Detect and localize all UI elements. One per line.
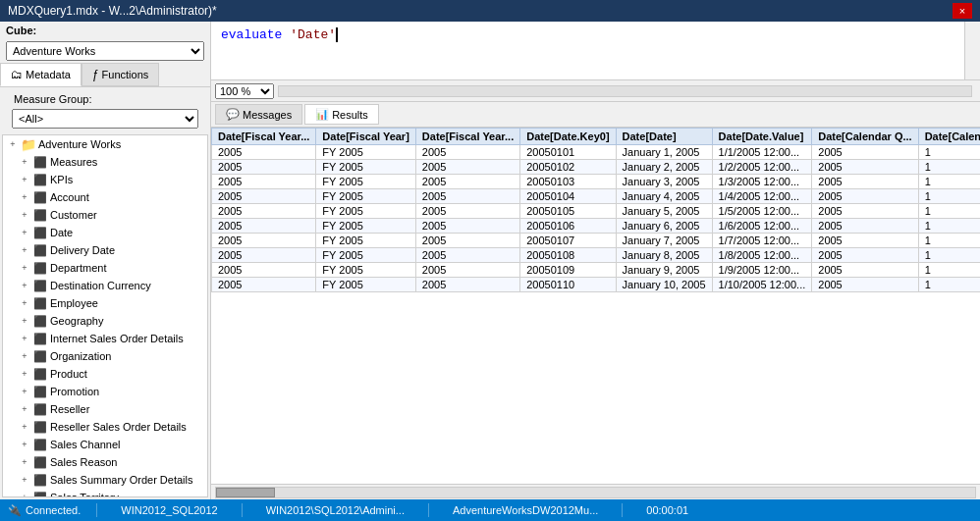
cube-label: Cube:: [6, 25, 36, 36]
table-cell: 20050102: [520, 160, 616, 175]
table-column-header: Date[Fiscal Year...: [415, 129, 519, 145]
table-column-header: Date[Calendar Q...: [918, 129, 980, 145]
tree-item-label: Sales Channel: [50, 439, 121, 450]
table-cell: 1: [918, 160, 980, 175]
table-cell: FY 2005: [316, 234, 415, 248]
sidebar: Cube: Adventure Works 🗂 Metadata ƒ Funct…: [0, 22, 211, 499]
table-cell: January 1, 2005: [616, 145, 712, 160]
results-table-container[interactable]: Date[Fiscal Year...Date[Fiscal Year]Date…: [211, 128, 980, 484]
tree-item-account[interactable]: +⬛Account: [3, 188, 207, 206]
table-row[interactable]: 2005FY 2005200520050105January 5, 20051/…: [212, 204, 981, 219]
table-row[interactable]: 2005FY 2005200520050107January 7, 20051/…: [212, 234, 981, 248]
table-row[interactable]: 2005FY 2005200520050108January 8, 20051/…: [212, 248, 981, 263]
keyword-evaluate: evaluate: [221, 27, 282, 42]
tree-item-product[interactable]: +⬛Product: [3, 365, 207, 383]
tree-item-reseller-sales-order-details[interactable]: +⬛Reseller Sales Order Details: [3, 418, 207, 436]
expand-icon: +: [19, 403, 30, 415]
tab-functions[interactable]: ƒ Functions: [82, 63, 159, 86]
tree-item-label: KPIs: [50, 174, 73, 185]
tree-item-delivery-date[interactable]: +⬛Delivery Date: [3, 241, 207, 259]
table-cell: 1: [918, 219, 980, 234]
table-row[interactable]: 2005FY 2005200520050104January 4, 20051/…: [212, 189, 981, 204]
tree-item-destination-currency[interactable]: +⬛Destination Currency: [3, 277, 207, 294]
table-row[interactable]: 2005FY 2005200520050110January 10, 20051…: [212, 278, 981, 292]
results-hscroll-row: [211, 484, 980, 499]
table-row[interactable]: 2005FY 2005200520050103January 3, 20051/…: [212, 175, 981, 189]
tab-messages[interactable]: 💬 Messages: [215, 104, 302, 125]
tree-item-label: Delivery Date: [50, 244, 115, 256]
table-cell: 2005: [812, 160, 918, 175]
tree-item-label: Promotion: [50, 386, 99, 397]
close-button[interactable]: ×: [953, 3, 972, 19]
item-folder-icon: ⬛: [32, 490, 48, 497]
tree-item-label: Adventure Works: [38, 138, 121, 150]
tree-item-label: Geography: [50, 315, 103, 327]
tree-item-adventure-works[interactable]: +📁Adventure Works: [3, 135, 207, 153]
tree-item-date[interactable]: +⬛Date: [3, 224, 207, 241]
table-cell: 2005: [212, 145, 316, 160]
item-folder-icon: ⬛: [32, 242, 48, 258]
cube-select[interactable]: Adventure Works: [6, 41, 204, 61]
cursor: [336, 27, 338, 42]
table-cell: 1: [918, 189, 980, 204]
table-cell: 2005: [812, 189, 918, 204]
expand-icon: +: [19, 315, 30, 327]
expand-icon: +: [19, 156, 30, 168]
tree-item-internet-sales-order-details[interactable]: +⬛Internet Sales Order Details: [3, 330, 207, 347]
table-cell: 1/7/2005 12:00...: [712, 234, 812, 248]
tree-item-reseller[interactable]: +⬛Reseller: [3, 400, 207, 418]
expand-icon: +: [19, 421, 30, 433]
table-cell: 2005: [415, 278, 519, 292]
metadata-icon: 🗂: [11, 68, 23, 81]
expand-icon: +: [19, 492, 30, 497]
tree-item-sales-summary-order-details[interactable]: +⬛Sales Summary Order Details: [3, 471, 207, 489]
item-folder-icon: ⬛: [32, 437, 48, 452]
tree-item-department[interactable]: +⬛Department: [3, 259, 207, 277]
table-cell: January 3, 2005: [616, 175, 712, 189]
tree-item-sales-channel[interactable]: +⬛Sales Channel: [3, 436, 207, 453]
table-column-header: Date[Fiscal Year]: [316, 129, 415, 145]
tree-item-kpis[interactable]: +⬛KPIs: [3, 171, 207, 188]
table-cell: 2005: [415, 160, 519, 175]
expand-icon: +: [19, 368, 30, 380]
table-cell: FY 2005: [316, 219, 415, 234]
table-row[interactable]: 2005FY 2005200520050109January 9, 20051/…: [212, 263, 981, 278]
hscroll-thumb[interactable]: [216, 488, 275, 497]
table-cell: FY 2005: [316, 204, 415, 219]
table-cell: 1: [918, 263, 980, 278]
table-cell: January 8, 2005: [616, 248, 712, 263]
expand-icon: +: [7, 138, 19, 150]
status-server: WIN2012_SQL2012: [113, 504, 225, 516]
tree-item-organization[interactable]: +⬛Organization: [3, 347, 207, 365]
results-hscroll[interactable]: [215, 487, 976, 498]
table-cell: 2005: [415, 248, 519, 263]
expand-icon: +: [19, 209, 30, 221]
table-row[interactable]: 2005FY 2005200520050106January 6, 20051/…: [212, 219, 981, 234]
table-cell: 20050110: [520, 278, 616, 292]
item-folder-icon: ⬛: [32, 401, 48, 417]
table-cell: FY 2005: [316, 248, 415, 263]
code-editor[interactable]: evaluate 'Date': [211, 22, 980, 80]
item-folder-icon: ⬛: [32, 419, 48, 435]
item-folder-icon: ⬛: [32, 472, 48, 488]
table-column-header: Date[Date.Value]: [712, 129, 812, 145]
tree-item-geography[interactable]: +⬛Geography: [3, 312, 207, 330]
tab-results[interactable]: 📊 Results: [304, 104, 379, 125]
table-cell: 2005: [812, 219, 918, 234]
tree-item-sales-territory[interactable]: +⬛Sales Territory: [3, 489, 207, 497]
tree-item-label: Reseller Sales Order Details: [50, 421, 187, 433]
table-row[interactable]: 2005FY 2005200520050101January 1, 20051/…: [212, 145, 981, 160]
tree-item-employee[interactable]: +⬛Employee: [3, 294, 207, 312]
editor-scrollbar[interactable]: [964, 22, 980, 79]
tree-item-customer[interactable]: +⬛Customer: [3, 206, 207, 224]
zoom-select[interactable]: 100 %: [215, 83, 274, 99]
tab-metadata[interactable]: 🗂 Metadata: [0, 63, 82, 86]
editor-hscroll[interactable]: [278, 85, 972, 97]
table-row[interactable]: 2005FY 2005200520050102January 2, 20051/…: [212, 160, 981, 175]
expand-icon: +: [19, 350, 30, 362]
tree-item-measures[interactable]: +⬛Measures: [3, 153, 207, 171]
tree-item-label: Employee: [50, 297, 98, 309]
measure-group-select[interactable]: <All>: [12, 109, 198, 129]
tree-item-promotion[interactable]: +⬛Promotion: [3, 383, 207, 400]
tree-item-sales-reason[interactable]: +⬛Sales Reason: [3, 453, 207, 471]
